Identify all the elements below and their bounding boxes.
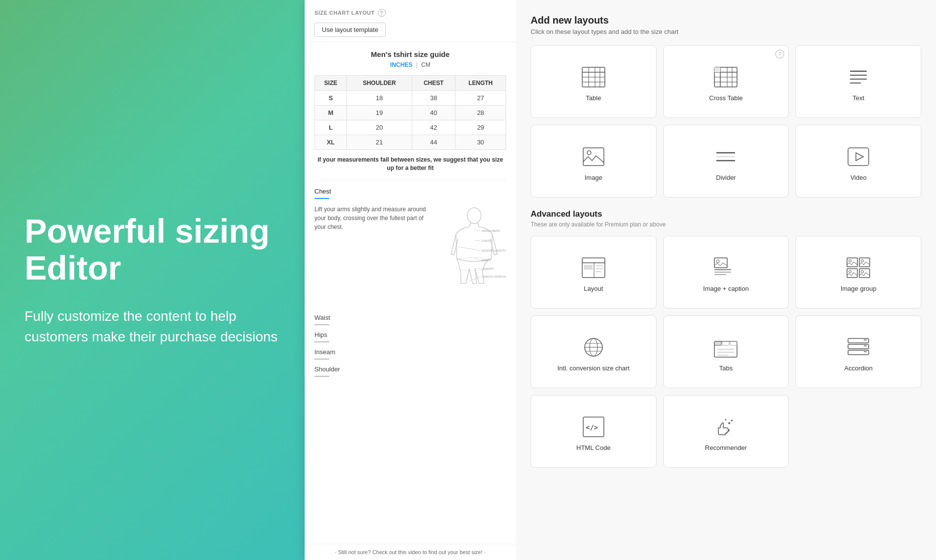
layout-label: Layout bbox=[584, 285, 603, 292]
table-row: XL214430 bbox=[315, 135, 506, 150]
image-caption-label: Image + caption bbox=[703, 285, 749, 292]
accordion-waist[interactable]: Waist bbox=[314, 312, 506, 325]
col-length: LENGTH bbox=[455, 76, 506, 91]
accordion-chest[interactable]: Chest Lift your arms slightly and measur… bbox=[314, 186, 506, 308]
advanced-layouts-grid: Layout Image + caption bbox=[531, 236, 921, 468]
text-label: Text bbox=[852, 94, 864, 102]
layout-card-recommender[interactable]: ✦ ✦ ✦ Recommender bbox=[663, 395, 789, 468]
svg-rect-55 bbox=[859, 258, 870, 267]
svg-rect-69 bbox=[730, 341, 737, 345]
svg-point-60 bbox=[861, 270, 864, 273]
unit-cm[interactable]: CM bbox=[421, 61, 430, 68]
chart-header: SIZE CHART LAYOUT ? Use layout template bbox=[305, 0, 516, 42]
recommender-label: Recommender bbox=[705, 444, 747, 451]
svg-marker-40 bbox=[856, 153, 863, 161]
left-panel: Powerful sizing Editor Fully customize t… bbox=[0, 0, 305, 560]
advanced-title: Advanced layouts bbox=[531, 209, 921, 219]
svg-line-12 bbox=[474, 258, 481, 260]
svg-rect-73 bbox=[848, 338, 869, 343]
svg-text:LENGTH: LENGTH bbox=[482, 267, 493, 270]
svg-rect-68 bbox=[722, 341, 729, 345]
layout-card-accordion[interactable]: Accordion bbox=[795, 315, 921, 388]
svg-line-9 bbox=[474, 229, 481, 231]
svg-text:CHEST: CHEST bbox=[482, 239, 492, 242]
layout-card-cross-table[interactable]: ? Cross Table bbox=[663, 45, 789, 118]
image-caption-icon bbox=[711, 255, 740, 280]
layout-card-table[interactable]: Table bbox=[531, 45, 656, 118]
divider-label: Divider bbox=[716, 174, 736, 181]
layout-card-text[interactable]: Text bbox=[795, 45, 921, 118]
svg-rect-44 bbox=[584, 265, 593, 270]
divider-icon bbox=[711, 144, 740, 169]
svg-line-10 bbox=[474, 240, 481, 241]
layout-card-image[interactable]: Image bbox=[531, 125, 656, 197]
right-panel: Add new layouts Click on these layout ty… bbox=[516, 0, 936, 560]
table-row: S183827 bbox=[315, 91, 506, 106]
use-template-button[interactable]: Use layout template bbox=[314, 23, 386, 37]
layout-card-html[interactable]: </> HTML Code bbox=[531, 395, 656, 468]
chest-text: Lift your arms slightly and measure arou… bbox=[314, 205, 436, 305]
recommender-icon: ✦ ✦ ✦ bbox=[711, 415, 740, 439]
svg-rect-34 bbox=[583, 148, 604, 166]
intl-icon bbox=[579, 335, 608, 360]
unit-inches[interactable]: INCHES bbox=[390, 61, 412, 68]
svg-point-56 bbox=[861, 259, 864, 262]
html-icon: </> bbox=[579, 415, 608, 439]
size-table: SIZE SHOULDER CHEST LENGTH S183827M19402… bbox=[314, 75, 506, 150]
cross-table-label: Cross Table bbox=[709, 94, 742, 102]
html-label: HTML Code bbox=[576, 444, 611, 451]
table-label: Table bbox=[586, 94, 601, 102]
svg-rect-74 bbox=[848, 344, 869, 349]
svg-rect-53 bbox=[847, 258, 857, 267]
image-label: Image bbox=[585, 174, 602, 181]
waist-label[interactable]: Waist bbox=[314, 312, 506, 323]
shoulder-label[interactable]: Shoulder bbox=[314, 364, 506, 375]
help-icon[interactable]: ? bbox=[378, 9, 386, 17]
svg-text:LENGTH (INSEAM): LENGTH (INSEAM) bbox=[482, 275, 506, 278]
hips-label[interactable]: Hips bbox=[314, 329, 506, 340]
tabs-icon bbox=[711, 335, 740, 360]
basic-layouts-grid: Table ? Cross Table bbox=[531, 45, 921, 197]
col-chest: CHEST bbox=[412, 76, 455, 91]
text-icon bbox=[844, 65, 873, 89]
layout-card-image-caption[interactable]: Image + caption bbox=[663, 236, 789, 308]
accordion-hips[interactable]: Hips bbox=[314, 329, 506, 342]
layout-card-intl[interactable]: Intl. conversion size chart bbox=[531, 315, 656, 388]
layout-card-image-group[interactable]: Image group bbox=[795, 236, 921, 308]
inseam-label[interactable]: Inseam bbox=[314, 346, 506, 358]
body-diagram: SHOULDERS CHEST SLEEVE LENGTH WAIST LENG… bbox=[442, 205, 506, 305]
table-row: M194028 bbox=[315, 106, 506, 120]
cross-table-badge: ? bbox=[775, 50, 784, 58]
accordion-inseam[interactable]: Inseam bbox=[314, 346, 506, 360]
accordion-shoulder[interactable]: Shoulder bbox=[314, 364, 506, 377]
svg-text:SHOULDERS: SHOULDERS bbox=[482, 229, 500, 232]
add-layouts-subtitle: Click on these layout types and add to t… bbox=[531, 28, 921, 35]
table-icon bbox=[579, 65, 608, 89]
layout-icon bbox=[579, 255, 608, 280]
col-size: SIZE bbox=[315, 76, 347, 91]
chart-title: Men's tshirt size guide bbox=[314, 50, 506, 58]
chart-label: SIZE CHART LAYOUT ? bbox=[314, 9, 506, 17]
layout-card-layout[interactable]: Layout bbox=[531, 236, 656, 308]
tabs-label: Tabs bbox=[719, 364, 733, 372]
layout-card-divider[interactable]: Divider bbox=[663, 125, 789, 197]
note-text: if your measurements fall between sizes,… bbox=[314, 156, 506, 172]
svg-line-11 bbox=[457, 247, 481, 251]
video-icon bbox=[844, 144, 873, 169]
svg-text:✦: ✦ bbox=[724, 418, 727, 421]
layout-card-video[interactable]: Video bbox=[795, 125, 921, 197]
add-layouts-title: Add new layouts bbox=[531, 15, 921, 26]
chest-label[interactable]: Chest bbox=[314, 186, 506, 197]
cross-table-icon bbox=[711, 65, 740, 89]
svg-text:</>: </> bbox=[586, 423, 598, 431]
subtext: Fully customize the content to help cust… bbox=[25, 306, 280, 347]
accordion-label: Accordion bbox=[844, 364, 873, 372]
image-group-icon bbox=[844, 255, 873, 280]
headline: Powerful sizing Editor bbox=[25, 213, 280, 286]
svg-rect-29 bbox=[714, 67, 720, 72]
advanced-subtitle: These are only available for Premium pla… bbox=[531, 221, 921, 228]
svg-rect-75 bbox=[848, 350, 869, 355]
image-icon bbox=[579, 144, 608, 169]
center-panel: SIZE CHART LAYOUT ? Use layout template … bbox=[305, 0, 516, 560]
layout-card-tabs[interactable]: Tabs bbox=[663, 315, 789, 388]
